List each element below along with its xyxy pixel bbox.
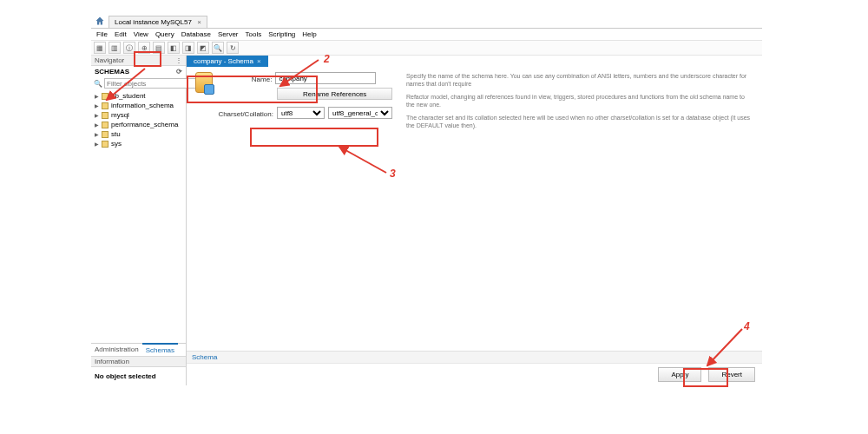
charset-label: Charset/Collation: [218, 108, 273, 118]
new-table-button[interactable]: ▤ [153, 42, 165, 54]
menu-view[interactable]: View [134, 30, 148, 38]
rename-help-text: Refactor model, changing all references … [406, 93, 753, 108]
editor-tabs: company - Schema × [187, 56, 762, 67]
close-icon[interactable]: × [257, 57, 261, 65]
close-icon[interactable]: × [197, 18, 201, 26]
menu-edit[interactable]: Edit [115, 30, 127, 38]
action-bar: Apply Revert [187, 363, 762, 385]
new-procedure-button[interactable]: ◨ [182, 42, 194, 54]
schemas-label: SCHEMAS [95, 68, 129, 76]
db-icon [102, 131, 108, 138]
new-function-button[interactable]: ◩ [197, 42, 209, 54]
schema-item[interactable]: ▶stu [95, 129, 182, 139]
new-schema-button[interactable]: ⊕ [138, 42, 150, 54]
editor-tab-company[interactable]: company - Schema × [187, 56, 268, 67]
charset-select[interactable]: utf8 [277, 107, 325, 119]
charset-help-text: The character set and its collation sele… [406, 114, 753, 129]
tab-label: Local instance MySQL57 [115, 18, 192, 26]
menu-file[interactable]: File [96, 30, 108, 38]
schema-item[interactable]: ▶sys [95, 139, 182, 148]
home-icon[interactable] [95, 16, 105, 26]
db-icon [102, 93, 108, 100]
search-button[interactable]: 🔍 [212, 42, 224, 54]
annotation-4: 4 [744, 320, 750, 332]
navigator-tabs: Administration Schemas [91, 343, 186, 356]
schema-item[interactable]: ▶performance_schema [95, 120, 182, 129]
schema-tree: ▶db_student ▶information_schema ▶mysql ▶… [91, 89, 186, 343]
schema-item[interactable]: ▶db_student [95, 91, 182, 101]
annotation-2: 2 [324, 53, 330, 65]
information-body: No object selected [91, 367, 186, 385]
db-icon [102, 141, 108, 148]
db-icon [102, 122, 108, 128]
tab-schemas[interactable]: Schemas [142, 343, 178, 356]
revert-button[interactable]: Revert [708, 367, 755, 382]
open-sql-button[interactable]: ▥ [108, 42, 121, 54]
tab-administration[interactable]: Administration [91, 344, 142, 356]
information-header: Information [91, 356, 186, 367]
name-help-text: Specify the name of the schema here. You… [406, 72, 753, 88]
apply-button[interactable]: Apply [658, 367, 701, 382]
schema-item[interactable]: ▶mysql [95, 110, 182, 120]
new-view-button[interactable]: ◧ [168, 42, 180, 54]
menu-help[interactable]: Help [302, 30, 316, 38]
toolbar: ▦ ▥ ⓘ ⊕ ▤ ◧ ◨ ◩ 🔍 ↻ [91, 40, 762, 56]
name-label: Name: [218, 74, 272, 83]
search-icon: 🔍 [94, 80, 102, 88]
schema-icon [195, 72, 213, 93]
schema-name-input[interactable] [275, 72, 376, 84]
navigator-header: Navigator ⋮ [91, 56, 186, 66]
menu-query[interactable]: Query [155, 30, 174, 38]
menu-server[interactable]: Server [218, 30, 239, 38]
editor-panel: company - Schema × Name: Rename Referenc… [187, 56, 762, 385]
bottom-tab-schema[interactable]: Schema [187, 351, 762, 363]
annotation-3: 3 [390, 168, 396, 180]
navigator-panel: Navigator ⋮ SCHEMAS ⟳ 🔍 ▶db_student ▶inf… [91, 56, 187, 385]
connection-tab[interactable]: Local instance MySQL57 × [108, 16, 207, 28]
panel-menu-icon[interactable]: ⋮ [175, 56, 182, 64]
refresh-icon[interactable]: ⟳ [176, 68, 182, 76]
menu-scripting[interactable]: Scripting [268, 30, 295, 38]
new-sql-tab-button[interactable]: ▦ [94, 42, 106, 54]
db-icon [102, 102, 108, 109]
schema-item[interactable]: ▶information_schema [95, 101, 182, 110]
menubar: File Edit View Query Database Server Too… [91, 29, 762, 40]
inspector-button[interactable]: ⓘ [123, 42, 135, 54]
collation-select[interactable]: utf8_general_ci [328, 107, 392, 119]
window-tabstrip: Local instance MySQL57 × [91, 16, 762, 29]
db-icon [102, 112, 108, 119]
menu-tools[interactable]: Tools [246, 30, 262, 38]
menu-database[interactable]: Database [181, 30, 211, 38]
reconnect-button[interactable]: ↻ [227, 42, 239, 54]
rename-references-button[interactable]: Rename References [277, 88, 392, 100]
